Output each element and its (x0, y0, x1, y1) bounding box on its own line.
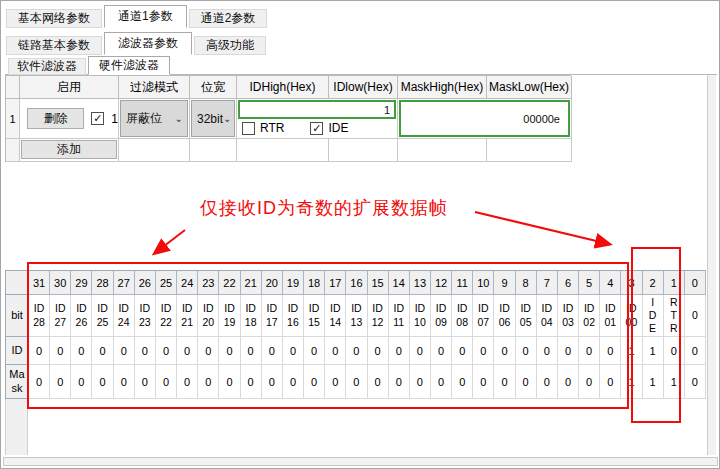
rtr-checkbox[interactable] (242, 122, 255, 135)
bit-row-label: bit (6, 295, 29, 337)
bit-number-cell: 12 (431, 271, 452, 295)
id-value-cell: 0 (431, 337, 452, 365)
mask-row: Mask 00000000000000000000000000001110 (6, 365, 706, 399)
id-value-cell: 0 (516, 337, 537, 365)
add-cell: 添加 (20, 139, 119, 162)
bit-number-cell: 23 (198, 271, 219, 295)
bit-width-select[interactable]: 32bit ⌄ (191, 100, 235, 137)
bit-name-cell: ID 08 (452, 295, 473, 337)
rtr-group: RTR (242, 121, 284, 135)
filter-mode-select[interactable]: 屏蔽位 ⌄ (120, 100, 188, 137)
row-header-add (6, 139, 20, 162)
tabstrip-channel: 链路基本参数 滤波器参数 高级功能 (6, 32, 268, 55)
mask-value-cell: 0 (473, 365, 494, 399)
mask-value-cell: 0 (452, 365, 473, 399)
bit-number-cell: 8 (516, 271, 537, 295)
annotation-text: 仅接收ID为奇数的扩展数据帧 (200, 196, 448, 220)
vertical-scrollbar[interactable] (707, 75, 716, 455)
add-button[interactable]: 添加 (21, 140, 117, 159)
id-value-cell: 0 (177, 337, 198, 365)
tab-basic-network-params[interactable]: 基本网络参数 (6, 9, 102, 28)
row-header-1[interactable]: 1 (6, 99, 20, 139)
id-row-label: ID (6, 337, 29, 365)
mask-value-cell: 0 (114, 365, 135, 399)
bit-number-cell: 15 (368, 271, 389, 295)
hardware-filter-table: 启用 过滤模式 位宽 IDHigh(Hex) IDlow(Hex) MaskHi… (5, 75, 571, 162)
col-header-mask-high: MaskHigh(Hex) (398, 76, 487, 99)
mask-value-cell: 1 (643, 365, 664, 399)
mask-value-cell: 0 (177, 365, 198, 399)
ide-checkbox[interactable] (310, 122, 323, 135)
id-value-cell: 0 (29, 337, 50, 365)
bit-name-cell: ID 09 (431, 295, 452, 337)
id-value-cell: 0 (283, 337, 304, 365)
bit-name-cell: ID 28 (29, 295, 50, 337)
enable-checkbox[interactable] (91, 112, 104, 125)
mask-value-cell: 0 (558, 365, 579, 399)
mask-value-cell: 0 (304, 365, 325, 399)
bit-name-cell: ID 21 (177, 295, 198, 337)
empty-cell (237, 139, 329, 162)
mask-value-cell: 1 (664, 365, 685, 399)
id-value-cell: 0 (114, 337, 135, 365)
bit-number-cell: 5 (579, 271, 600, 295)
tab-advanced-functions[interactable]: 高级功能 (194, 36, 266, 55)
mask-value-cell: 0 (494, 365, 515, 399)
mask-value-cell: 0 (29, 365, 50, 399)
id-value-cell: 0 (368, 337, 389, 365)
bit-width-value: 32bit (197, 112, 223, 126)
bit-number-cell: 17 (325, 271, 346, 295)
id-value-cell: 0 (50, 337, 71, 365)
col-header-mask-low: MaskLow(Hex) (487, 76, 572, 99)
bit-name-cell: ID 02 (579, 295, 600, 337)
mask-value-cell: 0 (92, 365, 113, 399)
bit-number-cell: 10 (473, 271, 494, 295)
id-value-cell: 0 (558, 337, 579, 365)
bit-number-cell: 19 (283, 271, 304, 295)
tab-filter-params[interactable]: 滤波器参数 (104, 32, 192, 55)
col-header-filter-mode: 过滤模式 (119, 76, 190, 99)
delete-button[interactable]: 删除 (27, 108, 84, 129)
mask-row-label: Mask (6, 365, 29, 399)
mask-value-cell: 0 (516, 365, 537, 399)
empty-cell (398, 139, 487, 162)
enable-checkbox-label: 1 (111, 112, 118, 126)
tab-channel2-params[interactable]: 通道2参数 (189, 9, 268, 28)
bit-name-cell: ID 10 (410, 295, 431, 337)
bit-number-cell: 25 (156, 271, 177, 295)
mask-value-cell: 0 (135, 365, 156, 399)
id-value-cell: 0 (71, 337, 92, 365)
enable-cell: 删除 1 (20, 99, 119, 139)
tab-link-basic-params[interactable]: 链路基本参数 (6, 36, 102, 55)
bit-name-cell: ID 24 (114, 295, 135, 337)
bit-name-cell: ID 01 (600, 295, 621, 337)
bit-header-row: 3130292827262524232221201918171615141312… (6, 271, 706, 295)
mask-value-cell: 0 (198, 365, 219, 399)
bit-name-cell: ID 18 (241, 295, 262, 337)
bit-name-cell: ID 14 (325, 295, 346, 337)
bit-number-cell: 20 (262, 271, 283, 295)
mask-input[interactable]: 00000e (399, 100, 570, 137)
id-value-cell: 0 (304, 337, 325, 365)
id-value-cell: 0 (600, 337, 621, 365)
id-input[interactable]: 1 (238, 100, 396, 119)
tab-hardware-filter[interactable]: 硬件滤波器 (88, 56, 170, 75)
horizontal-scrollbar[interactable] (3, 457, 718, 466)
id-row: ID 00000000000000000000000000001100 (6, 337, 706, 365)
bit-name-cell: ID 15 (304, 295, 325, 337)
tab-software-filter[interactable]: 软件滤波器 (8, 58, 86, 75)
tab-channel1-params[interactable]: 通道1参数 (104, 5, 187, 28)
bit-number-cell: 29 (71, 271, 92, 295)
id-value-cell: 0 (219, 337, 240, 365)
col-header-bit-width: 位宽 (190, 76, 237, 99)
mask-value-cell: 0 (50, 365, 71, 399)
mask-value-cell: 0 (283, 365, 304, 399)
bit-name-cell: ID 20 (198, 295, 219, 337)
bit-mapping-table: 3130292827262524232221201918171615141312… (5, 270, 706, 399)
id-value-cell: 0 (389, 337, 410, 365)
bit-name-cell: ID 22 (156, 295, 177, 337)
bit-name-cell: ID 11 (389, 295, 410, 337)
bit-width-cell: 32bit ⌄ (190, 99, 237, 139)
id-value-cell: 0 (346, 337, 367, 365)
bit-name-row: bit ID 28ID 27ID 26ID 25ID 24ID 23ID 22I… (6, 295, 706, 337)
